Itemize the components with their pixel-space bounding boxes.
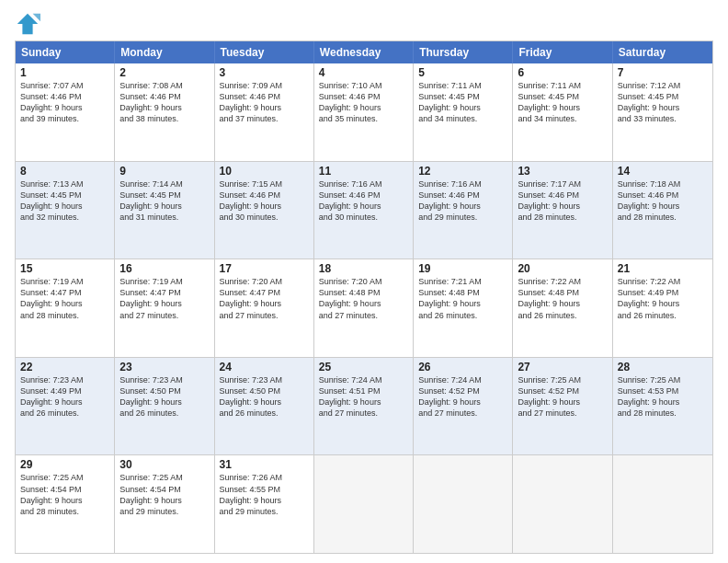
- day-info: Sunrise: 7:10 AMSunset: 4:46 PMDaylight:…: [319, 80, 408, 125]
- day-info: Sunrise: 7:25 AMSunset: 4:54 PMDaylight:…: [119, 472, 209, 517]
- calendar-header: SundayMondayTuesdayWednesdayThursdayFrid…: [16, 41, 712, 63]
- cal-cell: 28Sunrise: 7:25 AMSunset: 4:53 PMDayligh…: [613, 358, 712, 455]
- day-number: 2: [119, 66, 209, 79]
- header-day-monday: Monday: [115, 41, 214, 63]
- day-number: 22: [20, 361, 109, 373]
- day-number: 29: [20, 458, 109, 471]
- header-day-friday: Friday: [513, 41, 612, 63]
- svg-marker-0: [17, 14, 38, 34]
- day-info: Sunrise: 7:23 AMSunset: 4:50 PMDaylight:…: [119, 374, 209, 419]
- cal-cell: 19Sunrise: 7:21 AMSunset: 4:48 PMDayligh…: [414, 259, 513, 357]
- cal-cell: 2Sunrise: 7:08 AMSunset: 4:46 PMDaylight…: [115, 63, 214, 161]
- day-number: 7: [618, 66, 708, 79]
- day-number: 5: [418, 66, 507, 79]
- cal-cell: 22Sunrise: 7:23 AMSunset: 4:49 PMDayligh…: [16, 358, 115, 455]
- day-number: 10: [220, 165, 309, 178]
- day-number: 25: [319, 361, 408, 373]
- day-info: Sunrise: 7:24 AMSunset: 4:52 PMDaylight:…: [418, 374, 507, 419]
- day-info: Sunrise: 7:15 AMSunset: 4:46 PMDaylight:…: [220, 178, 309, 224]
- day-info: Sunrise: 7:16 AMSunset: 4:46 PMDaylight:…: [418, 178, 507, 224]
- day-info: Sunrise: 7:22 AMSunset: 4:49 PMDaylight:…: [618, 276, 708, 321]
- week-row-3: 22Sunrise: 7:23 AMSunset: 4:49 PMDayligh…: [16, 357, 712, 455]
- day-number: 11: [319, 165, 408, 178]
- day-number: 19: [418, 262, 507, 275]
- day-info: Sunrise: 7:26 AMSunset: 4:55 PMDaylight:…: [220, 472, 309, 517]
- week-row-4: 29Sunrise: 7:25 AMSunset: 4:54 PMDayligh…: [16, 454, 712, 553]
- day-number: 1: [20, 66, 109, 79]
- day-info: Sunrise: 7:25 AMSunset: 4:53 PMDaylight:…: [618, 374, 708, 419]
- day-number: 6: [518, 66, 607, 79]
- day-info: Sunrise: 7:21 AMSunset: 4:48 PMDaylight:…: [418, 276, 507, 321]
- cal-cell: [613, 455, 712, 553]
- day-number: 16: [119, 262, 209, 275]
- header-day-saturday: Saturday: [613, 41, 712, 63]
- day-info: Sunrise: 7:24 AMSunset: 4:51 PMDaylight:…: [319, 374, 408, 419]
- header-day-wednesday: Wednesday: [314, 41, 414, 63]
- calendar: SundayMondayTuesdayWednesdayThursdayFrid…: [15, 40, 713, 554]
- cal-cell: 9Sunrise: 7:14 AMSunset: 4:45 PMDaylight…: [115, 162, 214, 259]
- day-info: Sunrise: 7:11 AMSunset: 4:45 PMDaylight:…: [418, 80, 507, 125]
- cal-cell: 21Sunrise: 7:22 AMSunset: 4:49 PMDayligh…: [613, 259, 712, 357]
- day-info: Sunrise: 7:09 AMSunset: 4:46 PMDaylight:…: [220, 80, 309, 125]
- day-info: Sunrise: 7:23 AMSunset: 4:49 PMDaylight:…: [20, 374, 109, 419]
- day-number: 26: [418, 361, 507, 373]
- day-info: Sunrise: 7:25 AMSunset: 4:54 PMDaylight:…: [20, 472, 109, 517]
- day-number: 24: [220, 361, 309, 373]
- cal-cell: 11Sunrise: 7:16 AMSunset: 4:46 PMDayligh…: [314, 162, 414, 259]
- cal-cell: 3Sunrise: 7:09 AMSunset: 4:46 PMDaylight…: [215, 63, 314, 161]
- cal-cell: 17Sunrise: 7:20 AMSunset: 4:47 PMDayligh…: [215, 259, 314, 357]
- day-number: 27: [518, 361, 607, 373]
- day-number: 13: [518, 165, 607, 178]
- cal-cell: 4Sunrise: 7:10 AMSunset: 4:46 PMDaylight…: [314, 63, 414, 161]
- day-number: 30: [119, 458, 209, 471]
- header-day-sunday: Sunday: [16, 41, 115, 63]
- day-number: 28: [618, 361, 708, 373]
- page: SundayMondayTuesdayWednesdayThursdayFrid…: [0, 0, 728, 563]
- day-info: Sunrise: 7:17 AMSunset: 4:46 PMDaylight:…: [518, 178, 607, 224]
- cal-cell: 5Sunrise: 7:11 AMSunset: 4:45 PMDaylight…: [414, 63, 513, 161]
- cal-cell: 23Sunrise: 7:23 AMSunset: 4:50 PMDayligh…: [115, 358, 214, 455]
- cal-cell: 20Sunrise: 7:22 AMSunset: 4:48 PMDayligh…: [513, 259, 612, 357]
- day-info: Sunrise: 7:07 AMSunset: 4:46 PMDaylight:…: [20, 80, 109, 125]
- day-number: 31: [220, 458, 309, 471]
- cal-cell: [414, 455, 513, 553]
- cal-cell: 24Sunrise: 7:23 AMSunset: 4:50 PMDayligh…: [215, 358, 314, 455]
- header-day-thursday: Thursday: [414, 41, 513, 63]
- day-info: Sunrise: 7:11 AMSunset: 4:45 PMDaylight:…: [518, 80, 607, 125]
- day-info: Sunrise: 7:14 AMSunset: 4:45 PMDaylight:…: [119, 178, 209, 224]
- day-number: 14: [618, 165, 708, 178]
- cal-cell: 18Sunrise: 7:20 AMSunset: 4:48 PMDayligh…: [314, 259, 414, 357]
- logo-icon: [15, 11, 40, 37]
- cal-cell: 10Sunrise: 7:15 AMSunset: 4:46 PMDayligh…: [215, 162, 314, 259]
- day-number: 23: [119, 361, 209, 373]
- day-info: Sunrise: 7:19 AMSunset: 4:47 PMDaylight:…: [20, 276, 109, 321]
- calendar-body: 1Sunrise: 7:07 AMSunset: 4:46 PMDaylight…: [16, 63, 712, 553]
- day-info: Sunrise: 7:13 AMSunset: 4:45 PMDaylight:…: [20, 178, 109, 224]
- week-row-2: 15Sunrise: 7:19 AMSunset: 4:47 PMDayligh…: [16, 259, 712, 357]
- cal-cell: 8Sunrise: 7:13 AMSunset: 4:45 PMDaylight…: [16, 162, 115, 259]
- day-number: 18: [319, 262, 408, 275]
- cal-cell: 29Sunrise: 7:25 AMSunset: 4:54 PMDayligh…: [16, 455, 115, 553]
- day-info: Sunrise: 7:23 AMSunset: 4:50 PMDaylight:…: [220, 374, 309, 419]
- day-number: 3: [220, 66, 309, 79]
- day-number: 17: [220, 262, 309, 275]
- day-number: 15: [20, 262, 109, 275]
- day-info: Sunrise: 7:22 AMSunset: 4:48 PMDaylight:…: [518, 276, 607, 321]
- day-number: 12: [418, 165, 507, 178]
- day-number: 4: [319, 66, 408, 79]
- day-info: Sunrise: 7:19 AMSunset: 4:47 PMDaylight:…: [119, 276, 209, 321]
- header-day-tuesday: Tuesday: [215, 41, 314, 63]
- cal-cell: 14Sunrise: 7:18 AMSunset: 4:46 PMDayligh…: [613, 162, 712, 259]
- day-info: Sunrise: 7:16 AMSunset: 4:46 PMDaylight:…: [319, 178, 408, 224]
- cal-cell: [513, 455, 612, 553]
- cal-cell: 6Sunrise: 7:11 AMSunset: 4:45 PMDaylight…: [513, 63, 612, 161]
- cal-cell: 1Sunrise: 7:07 AMSunset: 4:46 PMDaylight…: [16, 63, 115, 161]
- day-info: Sunrise: 7:18 AMSunset: 4:46 PMDaylight:…: [618, 178, 708, 224]
- day-info: Sunrise: 7:08 AMSunset: 4:46 PMDaylight:…: [119, 80, 209, 125]
- cal-cell: [314, 455, 414, 553]
- day-number: 20: [518, 262, 607, 275]
- cal-cell: 15Sunrise: 7:19 AMSunset: 4:47 PMDayligh…: [16, 259, 115, 357]
- cal-cell: 26Sunrise: 7:24 AMSunset: 4:52 PMDayligh…: [414, 358, 513, 455]
- day-info: Sunrise: 7:20 AMSunset: 4:47 PMDaylight:…: [220, 276, 309, 321]
- cal-cell: 25Sunrise: 7:24 AMSunset: 4:51 PMDayligh…: [314, 358, 414, 455]
